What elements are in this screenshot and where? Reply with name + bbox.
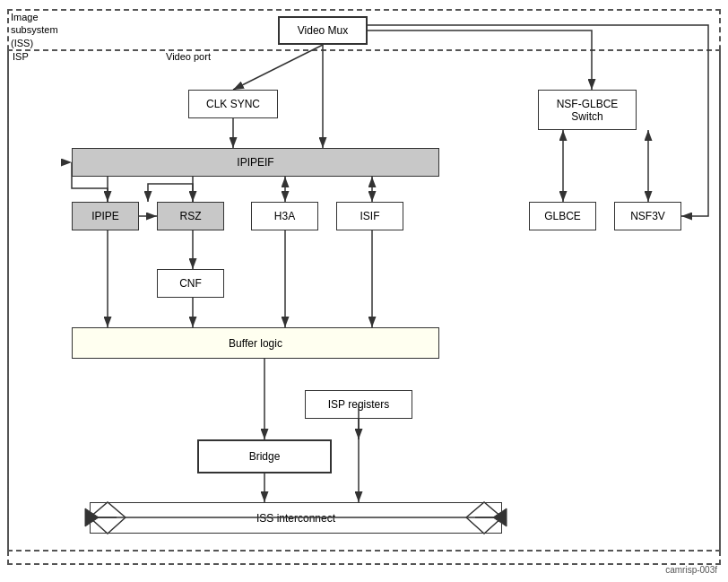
video-mux-box: Video Mux bbox=[278, 16, 368, 45]
clk-sync-box: CLK SYNC bbox=[188, 90, 278, 118]
isif-box: ISIF bbox=[336, 202, 403, 230]
glbce-box: GLBCE bbox=[529, 202, 596, 230]
iss-label: Imagesubsystem(ISS) bbox=[11, 11, 58, 49]
rsz-box: RSZ bbox=[157, 202, 224, 230]
cnf-box: CNF bbox=[157, 269, 224, 298]
bridge-box: Bridge bbox=[197, 439, 332, 473]
buffer-logic-box: Buffer logic bbox=[72, 327, 439, 359]
nsf3v-box: NSF3V bbox=[614, 202, 681, 230]
ipipe-box: IPIPE bbox=[72, 202, 139, 230]
iss-interconnect-box: ISS interconnect bbox=[90, 502, 502, 534]
video-port-label: Video port bbox=[166, 51, 211, 62]
diagram-container: Imagesubsystem(ISS) ISP Video port Video… bbox=[0, 0, 728, 582]
isp-registers-box: ISP registers bbox=[305, 390, 412, 419]
ipipeif-box: IPIPEIF bbox=[72, 148, 439, 177]
watermark: camrisp-003f bbox=[665, 565, 717, 575]
h3a-box: H3A bbox=[251, 202, 318, 230]
isp-label: ISP bbox=[13, 51, 29, 62]
nsf-glbce-switch-box: NSF-GLBCE Switch bbox=[538, 90, 637, 130]
